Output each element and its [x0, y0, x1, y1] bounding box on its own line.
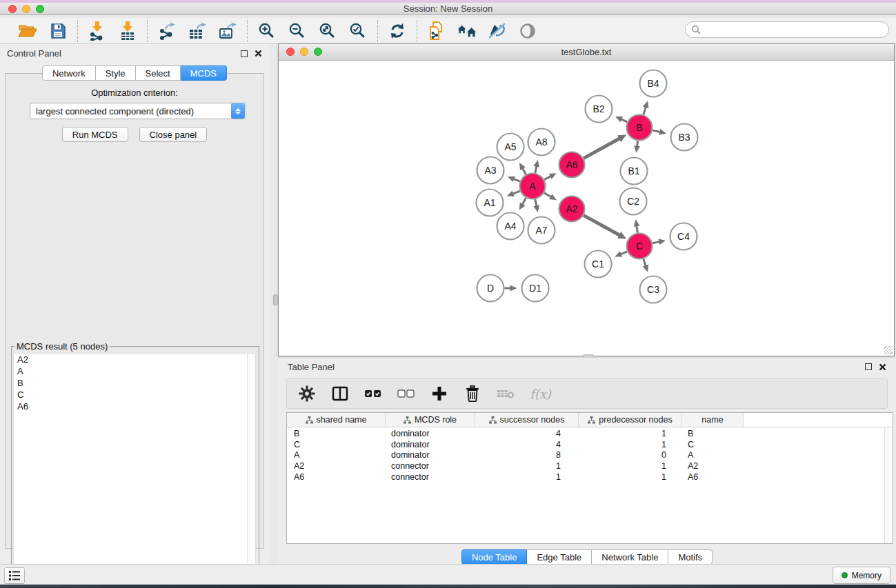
window-resize-grip[interactable]: [884, 346, 893, 354]
cell-mcds-role[interactable]: connector: [386, 472, 475, 482]
table-tab-motifs[interactable]: Motifs: [668, 549, 713, 565]
import-network-icon[interactable]: [88, 21, 107, 41]
export-image-icon[interactable]: [218, 21, 237, 41]
close-panel-icon[interactable]: [255, 50, 262, 57]
delete-table-icon[interactable]: [497, 385, 515, 403]
cell-shared-name[interactable]: A2: [287, 461, 386, 471]
zoom-selected-icon[interactable]: [348, 21, 368, 41]
column-header-name[interactable]: name: [682, 413, 744, 427]
close-window-button[interactable]: [8, 5, 17, 13]
cell-predecessor-nodes[interactable]: 0: [579, 450, 682, 460]
cell-name[interactable]: A: [682, 450, 744, 460]
graph-edge-A2-C[interactable]: [584, 215, 620, 235]
network-window-titlebar[interactable]: testGlobe.txt: [279, 44, 894, 61]
refresh-view-icon[interactable]: [388, 21, 407, 41]
function-builder-icon[interactable]: f(x): [530, 387, 551, 401]
zoom-fit-icon[interactable]: [318, 21, 337, 41]
search-field[interactable]: [685, 21, 889, 38]
import-table-icon[interactable]: [118, 21, 137, 41]
close-table-panel-icon[interactable]: [879, 363, 886, 371]
delete-columns-icon[interactable]: [464, 385, 481, 403]
split-view-icon[interactable]: [331, 385, 349, 403]
cell-predecessor-nodes[interactable]: 1: [579, 440, 682, 449]
deselect-all-checkboxes-icon[interactable]: [397, 385, 415, 403]
network-close-button[interactable]: [286, 48, 295, 56]
cell-successor-nodes[interactable]: 8: [475, 450, 579, 460]
cell-shared-name[interactable]: A: [287, 450, 386, 460]
cell-predecessor-nodes[interactable]: 1: [579, 429, 682, 438]
tab-select[interactable]: Select: [136, 65, 181, 81]
column-header-predecessor-nodes[interactable]: predecessor nodes: [579, 413, 682, 427]
table-tab-node-table[interactable]: Node Table: [461, 549, 528, 565]
zoom-out-icon[interactable]: [288, 21, 307, 41]
column-header-successor-nodes[interactable]: successor nodes: [475, 413, 579, 427]
zoom-window-button[interactable]: [36, 5, 44, 13]
cell-name[interactable]: B: [682, 429, 744, 438]
cell-name[interactable]: C: [682, 440, 744, 449]
table-row-b[interactable]: Bdominator41B: [287, 428, 884, 439]
mcds-result-group: MCDS result (5 nodes) A2ABCA6: [11, 341, 259, 578]
cell-mcds-role[interactable]: dominator: [386, 450, 475, 460]
table-tab-network-table[interactable]: Network Table: [592, 549, 668, 565]
export-table-icon[interactable]: [188, 21, 207, 41]
copy-network-icon[interactable]: [427, 21, 446, 41]
cell-shared-name[interactable]: C: [287, 440, 386, 449]
cell-successor-nodes[interactable]: 1: [475, 472, 579, 482]
float-panel-icon[interactable]: [241, 50, 248, 57]
vertical-splitter-handle[interactable]: [273, 294, 278, 305]
mcds-result-list[interactable]: A2ABCA6: [13, 353, 256, 582]
cell-predecessor-nodes[interactable]: 1: [579, 461, 682, 471]
save-session-icon[interactable]: [48, 21, 68, 41]
tab-network[interactable]: Network: [42, 65, 96, 81]
tab-style[interactable]: Style: [96, 65, 136, 81]
cell-shared-name[interactable]: B: [287, 429, 386, 438]
mcds-result-items: A2ABCA6: [14, 354, 255, 412]
float-table-panel-icon[interactable]: [865, 363, 872, 370]
column-header-shared-name[interactable]: shared name: [287, 413, 386, 427]
table-row-c[interactable]: Cdominator41C: [287, 439, 884, 450]
result-item-a6[interactable]: A6: [14, 401, 255, 412]
result-list-scrollbar[interactable]: [247, 354, 255, 581]
table-tab-edge-table[interactable]: Edge Table: [527, 549, 592, 565]
criterion-select[interactable]: largest connected component (directed): [30, 103, 246, 119]
close-panel-button[interactable]: Close panel: [139, 127, 208, 142]
table-row-a6[interactable]: A6connector11A6: [287, 472, 884, 483]
cell-mcds-role[interactable]: dominator: [386, 440, 475, 449]
cell-mcds-role[interactable]: connector: [386, 461, 475, 471]
task-history-button[interactable]: [4, 567, 25, 584]
cell-mcds-role[interactable]: dominator: [386, 429, 475, 438]
home-layout-icon[interactable]: [457, 21, 477, 41]
table-settings-icon[interactable]: [298, 385, 316, 403]
open-file-icon[interactable]: [18, 21, 37, 41]
memory-button[interactable]: Memory: [833, 567, 890, 584]
network-zoom-button[interactable]: [314, 48, 322, 56]
cell-successor-nodes[interactable]: 4: [475, 429, 579, 438]
hide-annotations-icon[interactable]: [488, 21, 507, 41]
add-column-icon[interactable]: [430, 385, 448, 403]
cell-predecessor-nodes[interactable]: 1: [579, 472, 682, 482]
result-item-c[interactable]: C: [14, 389, 255, 401]
result-item-a[interactable]: A: [14, 365, 255, 377]
show-hide-graphics-icon[interactable]: [518, 21, 537, 41]
table-row-a2[interactable]: A2connector11A2: [287, 460, 884, 472]
column-header-mcds-role[interactable]: MCDS role: [386, 413, 475, 427]
minimize-window-button[interactable]: [22, 5, 30, 13]
tab-mcds[interactable]: MCDS: [181, 65, 227, 81]
table-scrollbar[interactable]: [884, 428, 893, 543]
application-window: Session: New Session: [0, 0, 896, 588]
table-row-a[interactable]: Adominator80A: [287, 450, 884, 461]
cell-name[interactable]: A2: [682, 461, 744, 471]
cell-shared-name[interactable]: A6: [287, 472, 386, 482]
cell-successor-nodes[interactable]: 1: [475, 461, 579, 471]
result-item-b[interactable]: B: [14, 377, 255, 389]
graph-edge-A6-B[interactable]: [584, 138, 620, 158]
export-network-icon[interactable]: [157, 21, 177, 41]
network-canvas[interactable]: AA1A2A3A4A5A6A7A8BB1B2B3B4CC1C2C3C4DD1: [279, 61, 894, 356]
result-item-a2[interactable]: A2: [14, 354, 255, 365]
zoom-in-icon[interactable]: [257, 21, 277, 41]
select-all-checkboxes-icon[interactable]: [364, 385, 382, 403]
network-minimize-button[interactable]: [300, 48, 308, 56]
run-mcds-button[interactable]: Run MCDS: [62, 127, 128, 142]
cell-name[interactable]: A6: [682, 472, 744, 482]
cell-successor-nodes[interactable]: 4: [475, 440, 579, 449]
